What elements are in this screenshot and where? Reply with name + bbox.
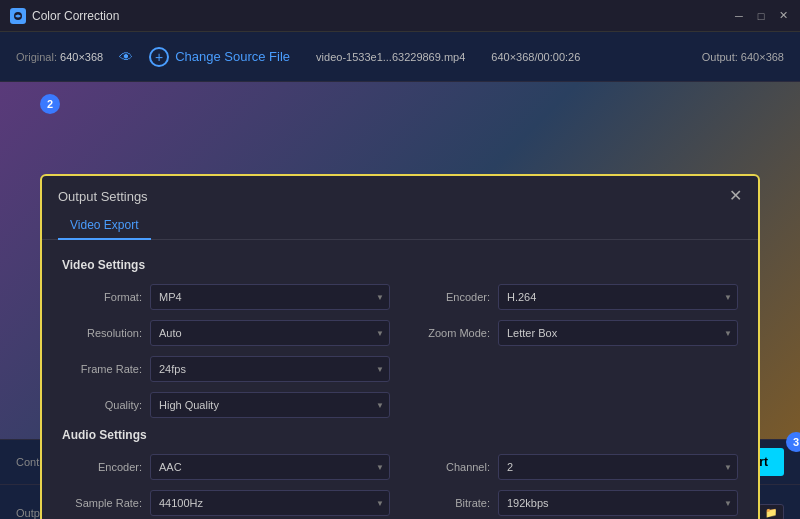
framerate-label: Frame Rate: bbox=[62, 363, 142, 375]
app-title: Color Correction bbox=[32, 9, 119, 23]
close-button[interactable]: ✕ bbox=[776, 9, 790, 23]
file-meta: 640×368/00:00:26 bbox=[491, 51, 580, 63]
audio-encoder-select[interactable]: AAC bbox=[150, 454, 390, 480]
quality-select-wrapper: High Quality bbox=[150, 392, 390, 418]
modal-overlay: Output Settings ✕ Video Export Video Set… bbox=[0, 114, 800, 439]
bitrate-select[interactable]: 192kbps bbox=[498, 490, 738, 516]
zoom-mode-label: Zoom Mode: bbox=[410, 327, 490, 339]
output-info: Output: 640×368 bbox=[702, 51, 784, 63]
sample-rate-group: Sample Rate: 44100Hz bbox=[62, 490, 390, 516]
encoder-select-wrapper: H.264 bbox=[498, 284, 738, 310]
channel-group: Channel: 2 bbox=[410, 454, 738, 480]
eye-icon[interactable]: 👁 bbox=[119, 49, 133, 65]
zoom-mode-group: Zoom Mode: Letter Box bbox=[410, 320, 738, 346]
zoom-mode-select[interactable]: Letter Box bbox=[498, 320, 738, 346]
format-label: Format: bbox=[62, 291, 142, 303]
window-controls: ─ □ ✕ bbox=[732, 9, 790, 23]
quality-row: Quality: High Quality bbox=[62, 392, 738, 418]
audio-encoder-group: Encoder: AAC bbox=[62, 454, 390, 480]
modal-title: Output Settings bbox=[58, 189, 148, 204]
framerate-select-wrapper: 24fps bbox=[150, 356, 390, 382]
audio-encoder-label: Encoder: bbox=[62, 461, 142, 473]
channel-label: Channel: bbox=[410, 461, 490, 473]
title-bar: Color Correction ─ □ ✕ bbox=[0, 0, 800, 32]
audio-encoder-row: Encoder: AAC Channel: 2 bbox=[62, 454, 738, 480]
output-settings-modal: Output Settings ✕ Video Export Video Set… bbox=[40, 174, 760, 519]
file-name: video-1533e1...63229869.mp4 bbox=[316, 51, 465, 63]
original-info: Original: 640×368 bbox=[16, 51, 103, 63]
modal-tabs: Video Export bbox=[42, 212, 758, 240]
resolution-group: Resolution: Auto bbox=[62, 320, 390, 346]
video-section-title: Video Settings bbox=[62, 258, 738, 272]
sample-rate-label: Sample Rate: bbox=[62, 497, 142, 509]
sample-rate-select-wrapper: 44100Hz bbox=[150, 490, 390, 516]
resolution-select-wrapper: Auto bbox=[150, 320, 390, 346]
add-source-label: Change Source File bbox=[175, 49, 290, 64]
modal-body: Video Settings Format: MP4 Encoder: bbox=[42, 240, 758, 519]
add-source-button[interactable]: + Change Source File bbox=[149, 47, 290, 67]
resolution-row: Resolution: Auto Zoom Mode: Letter Box bbox=[62, 320, 738, 346]
modal-close-button[interactable]: ✕ bbox=[729, 188, 742, 204]
app-icon bbox=[10, 8, 26, 24]
quality-group: Quality: High Quality bbox=[62, 392, 390, 418]
encoder-group: Encoder: H.264 bbox=[410, 284, 738, 310]
quality-label: Quality: bbox=[62, 399, 142, 411]
zoom-mode-select-wrapper: Letter Box bbox=[498, 320, 738, 346]
format-row: Format: MP4 Encoder: H.264 bbox=[62, 284, 738, 310]
sample-rate-row: Sample Rate: 44100Hz Bitrate: 192kbps bbox=[62, 490, 738, 516]
format-group: Format: MP4 bbox=[62, 284, 390, 310]
channel-select-wrapper: 2 bbox=[498, 454, 738, 480]
framerate-group: Frame Rate: 24fps bbox=[62, 356, 390, 382]
sample-rate-select[interactable]: 44100Hz bbox=[150, 490, 390, 516]
minimize-button[interactable]: ─ bbox=[732, 9, 746, 23]
original-value: 640×368 bbox=[60, 51, 103, 63]
bitrate-group: Bitrate: 192kbps bbox=[410, 490, 738, 516]
format-select[interactable]: MP4 bbox=[150, 284, 390, 310]
circle-plus-icon: + bbox=[149, 47, 169, 67]
output-label: Output: bbox=[702, 51, 738, 63]
original-label: Original: bbox=[16, 51, 57, 63]
format-select-wrapper: MP4 bbox=[150, 284, 390, 310]
framerate-select[interactable]: 24fps bbox=[150, 356, 390, 382]
output-value: 640×368 bbox=[741, 51, 784, 63]
audio-section-title: Audio Settings bbox=[62, 428, 738, 442]
modal-header: Output Settings ✕ bbox=[42, 176, 758, 204]
channel-select[interactable]: 2 bbox=[498, 454, 738, 480]
framerate-row: Frame Rate: 24fps bbox=[62, 356, 738, 382]
quality-select[interactable]: High Quality bbox=[150, 392, 390, 418]
main-area: 2 Output Settings ✕ Video Export Video S… bbox=[0, 82, 800, 439]
badge-2: 2 bbox=[40, 94, 60, 114]
resolution-select[interactable]: Auto bbox=[150, 320, 390, 346]
maximize-button[interactable]: □ bbox=[754, 9, 768, 23]
video-export-tab[interactable]: Video Export bbox=[58, 212, 151, 240]
audio-encoder-select-wrapper: AAC bbox=[150, 454, 390, 480]
resolution-label: Resolution: bbox=[62, 327, 142, 339]
toolbar: Original: 640×368 👁 + Change Source File… bbox=[0, 32, 800, 82]
folder-open[interactable]: 📁 bbox=[758, 504, 784, 519]
encoder-select[interactable]: H.264 bbox=[498, 284, 738, 310]
encoder-label: Encoder: bbox=[410, 291, 490, 303]
bitrate-label: Bitrate: bbox=[410, 497, 490, 509]
bitrate-select-wrapper: 192kbps bbox=[498, 490, 738, 516]
